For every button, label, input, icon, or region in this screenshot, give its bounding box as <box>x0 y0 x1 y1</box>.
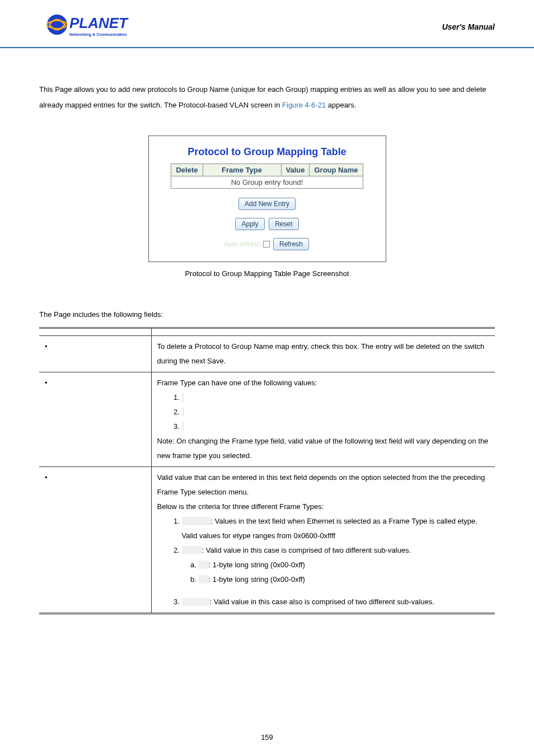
bullet-icon: • <box>45 339 48 354</box>
th-object <box>39 328 151 336</box>
frametype-list <box>157 390 490 434</box>
svg-text:PLANET: PLANET <box>69 15 129 31</box>
crit2-text: : Valid value in this case is comprised … <box>202 546 411 554</box>
sub-a-text: : 1-byte long string (0x00-0xff) <box>209 561 305 569</box>
frametype-opt2 <box>182 408 184 416</box>
svg-text:Networking & Communication: Networking & Communication <box>69 32 127 37</box>
subvalue-item: : 1-byte long string (0x00-0xff) <box>199 558 490 572</box>
no-entry-row: No Group entry found! <box>171 176 363 188</box>
crit3-text: : Valid value in this case also is compr… <box>210 598 434 606</box>
criteria-item: : Valid value in this case is comprised … <box>182 543 490 595</box>
frametype-opt1 <box>182 393 184 402</box>
auto-refresh-checkbox[interactable] <box>263 241 270 248</box>
page-number: 159 <box>0 733 534 741</box>
criteria-lead: Below is the criteria for three differen… <box>157 500 490 514</box>
table-row: • Valid value that can be entered in thi… <box>39 467 495 614</box>
th-description <box>151 328 495 336</box>
crit3-prefix <box>182 598 210 606</box>
frametype-opt3 <box>182 422 184 431</box>
bullet-icon: • <box>45 470 48 485</box>
fields-table: • To delete a Protocol to Group Name map… <box>39 327 495 614</box>
sub-b-prefix <box>199 575 209 584</box>
crit1-prefix <box>182 517 211 525</box>
page-header: PLANET Networking & Communication User's… <box>0 0 534 48</box>
criteria-list: : Values in the text field when Ethernet… <box>157 514 490 609</box>
object-delete: • <box>45 339 146 354</box>
col-frametype: Frame Type <box>203 164 281 176</box>
table-row: • Frame Type can have one of the followi… <box>39 372 495 467</box>
crit1-text: : Values in the text field when Ethernet… <box>182 517 477 540</box>
desc-value: Valid value that can be entered in this … <box>151 467 495 614</box>
mapping-table: Delete Frame Type Value Group Name No Gr… <box>171 164 363 189</box>
sub-a-prefix <box>199 561 209 569</box>
criteria-item: : Valid value in this case also is compr… <box>182 595 490 609</box>
bullet-icon: • <box>45 376 48 390</box>
page-content: This Page allows you to add new protocol… <box>0 48 534 614</box>
fields-intro: The Page includes the following fields: <box>39 307 495 323</box>
figure-title: Protocol to Group Mapping Table <box>156 146 379 158</box>
value-lead: Valid value that can be entered in this … <box>157 470 490 500</box>
add-new-entry-button[interactable]: Add New Entry <box>238 198 296 210</box>
object-value: • <box>45 470 146 485</box>
subvalue-item: : 1-byte long string (0x00-0xff) <box>199 572 490 587</box>
crit2-prefix <box>182 546 202 554</box>
reset-button[interactable]: Reset <box>269 218 298 230</box>
col-groupname: Group Name <box>310 164 363 176</box>
frametype-note: Note: On changing the Frame type field, … <box>157 437 489 460</box>
table-row: • To delete a Protocol to Group Name map… <box>39 336 495 372</box>
intro-tail: appears. <box>326 101 356 109</box>
desc-frametype: Frame Type can have one of the following… <box>151 372 495 467</box>
screenshot-figure: Protocol to Group Mapping Table Delete F… <box>148 136 386 262</box>
col-value: Value <box>281 164 310 176</box>
apply-button[interactable]: Apply <box>235 218 264 230</box>
brand-logo: PLANET Networking & Communication <box>45 12 143 40</box>
document-page: PLANET Networking & Communication User's… <box>0 0 534 756</box>
intro-lead: This Page allows you to add new protocol… <box>39 85 486 109</box>
figure-link[interactable]: Figure 4-6-21 <box>282 101 326 109</box>
auto-refresh-row: Auto-refresh Refresh <box>156 237 379 251</box>
intro-paragraph: This Page allows you to add new protocol… <box>39 82 495 113</box>
auto-refresh-label: Auto-refresh <box>224 240 261 248</box>
planet-logo-icon: PLANET Networking & Communication <box>45 12 143 40</box>
desc-lead: Frame Type can have one of the following… <box>157 379 317 387</box>
sub-b-text: : 1-byte long string (0x00-0xff) <box>209 575 305 584</box>
subvalue-list: : 1-byte long string (0x00-0xff) : 1-byt… <box>182 558 490 587</box>
criteria-item: : Values in the text field when Ethernet… <box>182 514 490 543</box>
refresh-button[interactable]: Refresh <box>273 238 309 250</box>
col-delete: Delete <box>171 164 203 176</box>
manual-title: User's Manual <box>442 12 495 31</box>
desc-delete: To delete a Protocol to Group Name map e… <box>151 336 495 372</box>
object-frametype: • <box>45 376 146 390</box>
figure-caption: Protocol to Group Mapping Table Page Scr… <box>39 269 495 279</box>
